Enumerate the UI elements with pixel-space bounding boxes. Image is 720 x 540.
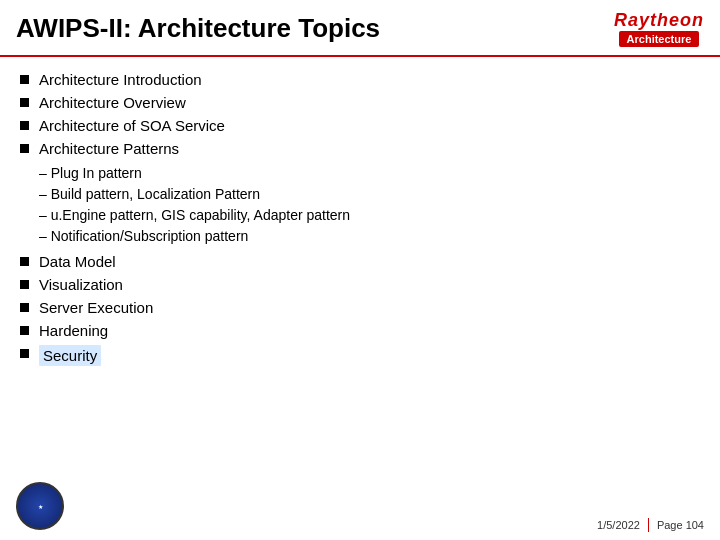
list-item: Architecture Introduction: [20, 71, 700, 88]
bullet-text: Server Execution: [39, 299, 153, 316]
bullet-icon: [20, 349, 29, 358]
bullet-text: Hardening: [39, 322, 108, 339]
list-item: Hardening: [20, 322, 700, 339]
bullet-text: Data Model: [39, 253, 116, 270]
list-item: Architecture Patterns: [20, 140, 700, 157]
list-item: Server Execution: [20, 299, 700, 316]
footer: 1/5/2022 Page 104: [597, 518, 704, 532]
sub-list-item: u.Engine pattern, GIS capability, Adapte…: [39, 205, 700, 226]
sub-list-item: Notification/Subscription pattern: [39, 226, 700, 247]
raytheon-badge: Raytheon Architecture: [614, 10, 704, 47]
list-item: Architecture Overview: [20, 94, 700, 111]
bullet-icon: [20, 326, 29, 335]
footer-page: Page 104: [657, 519, 704, 531]
list-item: Security: [20, 345, 700, 366]
raytheon-logo: Raytheon: [614, 10, 704, 31]
bullet-text: Visualization: [39, 276, 123, 293]
bullet-icon: [20, 121, 29, 130]
page-title: AWIPS-II: Architecture Topics: [16, 13, 380, 44]
bullet-text: Architecture Introduction: [39, 71, 202, 88]
sub-list-item: Plug In pattern: [39, 163, 700, 184]
bullet-text: Architecture Patterns: [39, 140, 179, 157]
bullet-text: Architecture of SOA Service: [39, 117, 225, 134]
bullet-icon: [20, 144, 29, 153]
org-logo: ★: [16, 482, 64, 530]
header: AWIPS-II: Architecture Topics Raytheon A…: [0, 0, 720, 57]
bullet-icon: [20, 98, 29, 107]
sub-list-item: Build pattern, Localization Pattern: [39, 184, 700, 205]
content-area: Architecture Introduction Architecture O…: [0, 57, 720, 386]
list-item: Data Model: [20, 253, 700, 270]
bullet-icon: [20, 280, 29, 289]
bullet-icon: [20, 303, 29, 312]
footer-date: 1/5/2022: [597, 519, 640, 531]
footer-divider: [648, 518, 649, 532]
bullet-text: Architecture Overview: [39, 94, 186, 111]
list-item: Architecture of SOA Service: [20, 117, 700, 134]
arch-badge: Architecture: [619, 31, 700, 47]
sub-list: Plug In pattern Build pattern, Localizat…: [39, 163, 700, 247]
list-item: Visualization: [20, 276, 700, 293]
bullet-icon: [20, 257, 29, 266]
bullet-text-highlight: Security: [39, 345, 101, 366]
logo-inner: ★: [38, 503, 43, 510]
bullet-icon: [20, 75, 29, 84]
